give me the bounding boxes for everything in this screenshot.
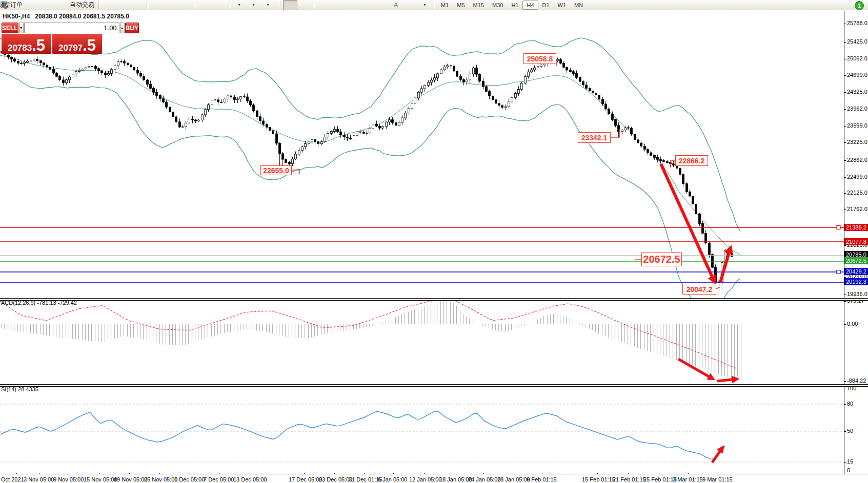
candle-body (515, 93, 517, 97)
candlestick-chart-button[interactable] (116, 0, 130, 10)
price-line-label[interactable]: 20192.3 (844, 278, 868, 285)
candle-body (334, 130, 336, 132)
signal-button[interactable] (53, 0, 68, 10)
buy-button[interactable]: BUY (125, 23, 139, 33)
price-axis-tick: 23225.0 (847, 139, 867, 145)
candle-body (8, 55, 10, 57)
price-callout[interactable]: 23342.1 (578, 132, 611, 143)
vertical-line-tool-button[interactable] (317, 0, 331, 10)
timeframe-H1[interactable]: H1 (507, 1, 522, 10)
candle-body (456, 71, 458, 76)
chart-shift-button[interactable] (198, 0, 212, 10)
price-callout[interactable]: 20047.2 (682, 284, 716, 295)
candle-body (17, 61, 19, 64)
candle-body (208, 105, 210, 110)
timeframe-H4[interactable]: H4 (522, 1, 538, 10)
time-axis-label: 24 Jan 05:00 (468, 476, 501, 482)
candle-body (482, 81, 485, 87)
auto-scroll-button[interactable] (212, 0, 227, 10)
text-tool-button[interactable]: A (389, 0, 403, 10)
candle-body (211, 100, 213, 105)
time-axis-label: 3 Nov 05:00 (24, 476, 54, 482)
candle-body (608, 109, 610, 114)
price-line-label[interactable]: 21077.8 (844, 238, 868, 245)
candle-body (30, 60, 32, 61)
cursor-tool-button[interactable] (283, 0, 297, 10)
candle-body (282, 154, 284, 159)
bar-chart-button[interactable] (102, 0, 116, 10)
candle-body (88, 67, 90, 68)
macd-chart-canvas[interactable] (0, 300, 844, 384)
candle-body (440, 70, 442, 74)
periods-button[interactable]: ▾ (246, 0, 260, 10)
price-axis-tick: 22125.0 (847, 190, 867, 196)
text-label-tool-button[interactable]: T (403, 0, 417, 10)
pane-separator[interactable] (0, 384, 868, 387)
candle-body (634, 134, 636, 140)
buy-price[interactable]: 20797 .5 (52, 34, 102, 54)
timeframe-M1[interactable]: M1 (437, 1, 453, 10)
price-line-label[interactable]: 21388.2 (844, 224, 868, 231)
price-callout[interactable]: 20672.5 (641, 253, 682, 266)
price-line-label[interactable]: 20429.2 (844, 268, 868, 275)
price-axis-tick: 25788.0 (847, 20, 867, 26)
toolbar-separator (434, 1, 435, 9)
timeframe-M30[interactable]: M30 (488, 1, 507, 10)
candle-body (663, 161, 665, 162)
candle-body (686, 184, 688, 192)
trendline-tool-button[interactable] (346, 0, 360, 10)
rsi-chart-canvas[interactable] (0, 386, 844, 474)
volume-up-button[interactable]: ▲ (120, 23, 125, 33)
toolbar-separator (147, 1, 148, 9)
timeframe-M5[interactable]: M5 (453, 1, 469, 10)
arrows-tool-button[interactable]: ▾ (417, 0, 432, 10)
indicators-button[interactable]: ▾ (232, 0, 246, 10)
timeframe-M15[interactable]: M15 (469, 1, 488, 10)
templates-button[interactable]: ▾ (260, 0, 275, 10)
toolbar-separator (195, 1, 196, 9)
candle-body (486, 87, 488, 92)
crosshair-tool-button[interactable] (297, 0, 312, 10)
candle-body (602, 99, 604, 104)
price-callout[interactable]: 22866.2 (675, 155, 708, 166)
fibonacci-tool-button[interactable]: F (374, 0, 389, 10)
ohlc-values: 20838.0 20884.0 20681.5 20785.0 (35, 13, 129, 20)
candle-body (305, 143, 307, 146)
channel-tool-button[interactable]: E (360, 0, 374, 10)
candle-body (356, 132, 358, 135)
candle-body (321, 142, 323, 144)
arrows-tool-icon (0, 1, 8, 9)
pane-separator[interactable] (0, 298, 868, 301)
price-callout[interactable]: 25058.8 (523, 53, 556, 64)
dropdown-caret-icon: ▾ (238, 3, 240, 7)
candle-body (340, 132, 342, 135)
horizontal-line-tool-button[interactable] (331, 0, 346, 10)
candle-body (359, 132, 361, 132)
tile-windows-button[interactable] (178, 0, 193, 10)
line-chart-button[interactable] (130, 0, 145, 10)
zoom-in-button[interactable] (150, 0, 164, 10)
candle-body (350, 138, 352, 139)
sell-price[interactable]: 20783 .5 (2, 34, 51, 54)
price-callout[interactable]: 22655.0 (260, 165, 292, 175)
timeframe-D1[interactable]: D1 (538, 1, 554, 10)
timeframe-MN[interactable]: MN (570, 1, 587, 10)
dropdown-caret-icon: ▾ (252, 3, 254, 7)
candle-body (586, 85, 588, 88)
volume-down-button[interactable]: ▼ (19, 23, 24, 33)
rsi-axis-tick: 80 (847, 401, 853, 407)
sell-button[interactable]: SELL (2, 23, 18, 33)
auto-trading-button[interactable]: 自动交易 (68, 0, 96, 10)
candle-body (731, 254, 733, 257)
rsi-arrow (712, 447, 723, 463)
price-chart-canvas[interactable] (0, 11, 844, 298)
quotes-button[interactable] (25, 0, 39, 10)
candle-body (521, 83, 523, 90)
notification-badge[interactable]: 1 (855, 1, 864, 10)
zoom-out-button[interactable] (164, 0, 178, 10)
chart-window-button[interactable] (39, 0, 53, 10)
volume-input[interactable] (24, 23, 119, 33)
candle-body (434, 78, 436, 80)
price-line-label[interactable]: 20672.5 (844, 257, 868, 264)
timeframe-W1[interactable]: W1 (554, 1, 571, 10)
